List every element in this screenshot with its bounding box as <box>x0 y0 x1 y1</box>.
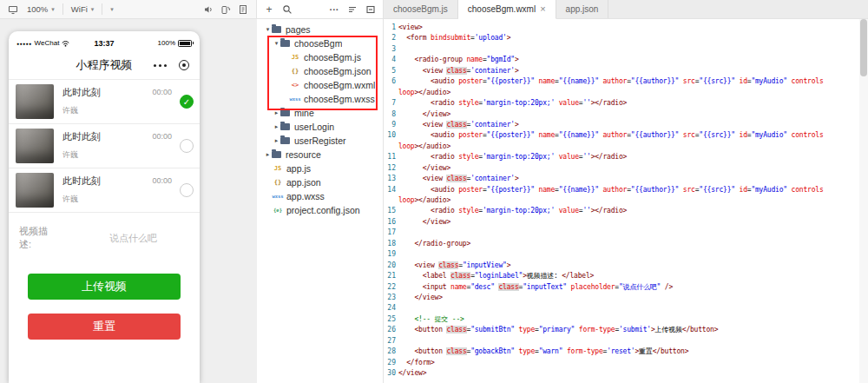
folder-item-pages[interactable]: ▾pages <box>257 23 383 36</box>
file-item-chooseBgm.wxml[interactable]: <>chooseBgm.wxml <box>257 78 383 92</box>
record-icon[interactable] <box>179 60 189 70</box>
device-icon[interactable] <box>5 3 21 17</box>
network-dropdown[interactable]: WiFi ▾ <box>67 0 99 18</box>
json-file-icon: {} <box>272 179 284 186</box>
code-line: 16 </view> <box>384 217 859 228</box>
line-number: 18 <box>384 239 396 249</box>
simulator-toolbar: 100% ▾ WiFi ▾ ▾ <box>0 0 257 19</box>
code-text: loop></audio> <box>396 195 859 206</box>
video-radio[interactable] <box>180 139 194 153</box>
folder-item-userLogin[interactable]: ▸userLogin <box>257 120 383 134</box>
file-name: app.js <box>286 163 311 174</box>
video-description-input[interactable] <box>108 232 189 244</box>
tab-close-icon[interactable]: × <box>540 4 545 14</box>
js-file-icon: JS <box>289 54 301 61</box>
folder-icon <box>280 40 290 47</box>
code-text: </view> <box>396 368 859 379</box>
phone-preview: ●●●●● WeChat 13:37 100% 小程序视频 <box>9 31 200 383</box>
sound-icon[interactable] <box>201 3 216 17</box>
line-number: 1 <box>384 23 396 33</box>
add-file-icon[interactable]: + <box>263 3 275 17</box>
code-editor-panel: 1<view>2 <form bindsubmit='upload'>34 <r… <box>384 19 868 383</box>
line-number <box>384 195 396 206</box>
line-number: 26 <box>384 325 396 335</box>
explorer-toolbar: + ··· <box>257 0 384 19</box>
wxss-file-icon: wxss <box>272 194 284 199</box>
folder-item-userRegister[interactable]: ▸userRegister <box>257 134 383 148</box>
code-line: 15 <radio style='margin-top:20px;' value… <box>384 206 859 216</box>
scrollbar-thumb[interactable] <box>860 19 867 76</box>
file-item-chooseBgm.json[interactable]: {}chooseBgm.json <box>257 64 383 78</box>
line-number: 7 <box>384 98 396 109</box>
chevron-right-icon: ▸ <box>273 137 280 144</box>
line-number: 11 <box>384 152 396 162</box>
editor-tab[interactable]: chooseBgm.wxml× <box>458 0 556 19</box>
file-item-chooseBgm.wxss[interactable]: wxsschooseBgm.wxss <box>257 92 383 106</box>
folder-icon <box>280 109 290 116</box>
file-item-project.config.json[interactable]: {e}project.config.json <box>257 203 383 217</box>
code-text: <audio poster="{{poster}}" name="{{name}… <box>396 130 859 141</box>
compile-mode-dropdown[interactable]: ▾ <box>106 0 118 18</box>
collapse-all-icon[interactable] <box>365 3 377 17</box>
video-radio[interactable] <box>180 183 194 197</box>
video-list-item[interactable]: 此时此刻许巍00:00 <box>9 124 200 168</box>
code-line: 3 <box>384 44 859 55</box>
carrier-label: WeChat <box>35 39 60 47</box>
line-number: 8 <box>384 109 396 120</box>
video-list-item[interactable]: 此时此刻许巍00:00 <box>9 168 200 213</box>
editor-tab[interactable]: chooseBgm.js <box>384 0 458 18</box>
line-number: 10 <box>384 130 396 141</box>
code-line: 8 </view> <box>384 109 859 120</box>
line-number: 30 <box>384 368 396 379</box>
menu-icon[interactable] <box>152 64 168 67</box>
folder-item-mine[interactable]: ▸mine <box>257 106 383 120</box>
video-title: 此时此刻 <box>62 175 193 188</box>
file-item-chooseBgm.js[interactable]: JSchooseBgm.js <box>257 50 383 64</box>
line-number: 16 <box>384 217 396 228</box>
sort-icon[interactable] <box>346 3 358 17</box>
simulator-panel: ●●●●● WeChat 13:37 100% 小程序视频 <box>0 19 257 383</box>
code-line: 27 <box>384 336 859 347</box>
js-file-icon: JS <box>272 165 284 172</box>
video-thumbnail <box>16 129 54 163</box>
video-title: 此时此刻 <box>62 130 193 143</box>
zoom-value: 100% <box>27 4 48 14</box>
upload-video-button[interactable]: 上传视频 <box>28 274 181 300</box>
code-editor[interactable]: 1<view>2 <form bindsubmit='upload'>34 <r… <box>384 23 859 383</box>
code-line: 26 <button class="submitBtn" type="prima… <box>384 325 859 335</box>
code-text: <radio style='margin-top:20px;' value=''… <box>396 206 859 216</box>
zoom-dropdown[interactable]: 100% ▾ <box>23 0 59 18</box>
video-duration: 00:00 <box>152 132 172 141</box>
file-name: userLogin <box>294 122 334 132</box>
video-meta: 此时此刻许巍 <box>62 124 193 161</box>
file-item-app.js[interactable]: JSapp.js <box>257 162 383 175</box>
editor-tab[interactable]: app.json <box>556 0 609 18</box>
description-label: 视频描述: <box>19 225 54 251</box>
line-number: 29 <box>384 358 396 368</box>
code-line: 13 <view class='container'> <box>384 174 859 184</box>
file-name: mine <box>294 108 314 118</box>
code-text: <view class='container'> <box>396 66 859 76</box>
more-icon[interactable]: ··· <box>328 3 340 17</box>
editor-tab-bar: chooseBgm.jschooseBgm.wxml×app.json <box>384 0 868 19</box>
video-radio[interactable]: ✓ <box>180 95 194 109</box>
code-text: <!-- 提交 --> <box>396 314 859 325</box>
folder-item-resource[interactable]: ▸resource <box>257 148 383 162</box>
page-icon[interactable] <box>235 3 251 17</box>
reset-button[interactable]: 重置 <box>28 314 181 340</box>
video-list-item[interactable]: 此时此刻许巍00:00✓ <box>9 80 200 124</box>
scrollbar[interactable] <box>859 19 868 383</box>
file-name: resource <box>286 149 321 160</box>
rotate-icon[interactable] <box>218 3 233 17</box>
search-icon[interactable] <box>281 3 293 17</box>
chevron-right-icon: ▸ <box>273 109 280 116</box>
file-item-app.wxss[interactable]: wxssapp.wxss <box>257 189 383 203</box>
code-line: 11 <radio style='margin-top:20px;' value… <box>384 152 859 162</box>
code-text: loop></audio> <box>396 142 859 152</box>
folder-item-chooseBgm[interactable]: ▾chooseBgm <box>257 36 383 50</box>
code-line: 25 <!-- 提交 --> <box>384 314 859 325</box>
file-item-app.json[interactable]: {}app.json <box>257 175 383 189</box>
file-name: chooseBgm.wxss <box>304 94 375 104</box>
code-text: <form bindsubmit='upload'> <box>396 33 859 43</box>
code-text <box>396 228 859 238</box>
